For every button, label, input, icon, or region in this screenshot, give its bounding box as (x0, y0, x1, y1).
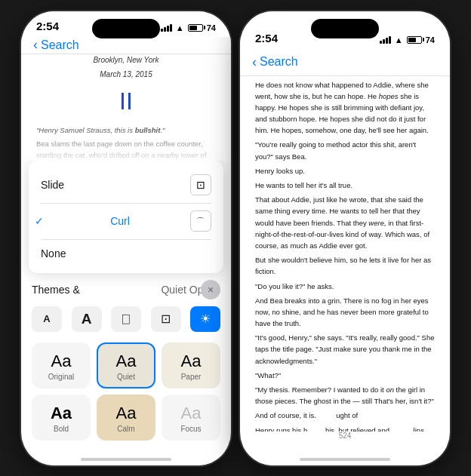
right-para-0: He does not know what happened to Addie,… (255, 79, 435, 137)
dynamic-island (92, 19, 160, 38)
font-large-btn[interactable]: A (72, 306, 102, 332)
curl-icon: ⌒ (190, 210, 211, 232)
theme-bold-aa: Aa (51, 404, 72, 423)
wifi-icon: ▲ (176, 23, 184, 32)
theme-grid: Aa Original Aa Quiet Aa Paper Aa Bold Aa (21, 336, 231, 451)
nav-bar-left: ‹ Search (21, 37, 231, 54)
slide-item-none[interactable]: None (29, 240, 223, 267)
theme-focus[interactable]: Aa Focus (162, 395, 220, 441)
none-label: None (41, 247, 66, 259)
theme-calm[interactable]: Aa Calm (97, 395, 155, 441)
status-icons-right: ▲ 74 (380, 35, 435, 45)
back-chevron-left: ‹ (33, 37, 38, 53)
battery-icon-right (407, 36, 422, 44)
back-label-right: Search (260, 55, 298, 69)
right-para-2: Henry looks up. (255, 165, 435, 177)
theme-quiet-name: Quiet (117, 373, 135, 381)
home-indicator-right (240, 446, 450, 465)
book-content-left: Brooklyn, New York March 13, 2015 II "He… (21, 54, 231, 161)
theme-original-name: Original (48, 373, 74, 381)
right-para-11: And of course, it is. ught of (255, 410, 435, 421)
right-para-12: Henry runs his h his, but relieved and l… (255, 425, 435, 431)
brightness-icon[interactable]: ☀ (190, 306, 220, 332)
book-para-1: Bea slams the last page down on the coff… (36, 139, 216, 160)
theme-paper-name: Paper (181, 373, 202, 381)
right-para-3: He wants to tell her it's all true. (255, 180, 435, 191)
right-phone: 2:54 ▲ 74 ‹ (240, 11, 450, 465)
font-small-btn[interactable]: A (32, 306, 62, 332)
home-indicator-left (21, 451, 231, 465)
left-phone: 2:54 ▲ 74 ‹ (21, 11, 231, 465)
font-type-icon-2[interactable]: ⊡ (151, 306, 181, 332)
close-button[interactable]: × (201, 280, 220, 299)
slide-item-slide[interactable]: Slide ⊡ (29, 167, 223, 203)
theme-focus-aa: Aa (181, 404, 202, 423)
theme-quiet[interactable]: Aa Quiet (97, 342, 155, 388)
status-icons-left: ▲ 74 (161, 23, 216, 32)
battery-pct-left: 74 (207, 23, 216, 32)
right-book-content: He does not know what happened to Addie,… (240, 76, 450, 431)
theme-paper-aa: Aa (181, 352, 202, 371)
home-bar-right (300, 458, 390, 461)
theme-original-aa: Aa (51, 352, 72, 371)
slide-panel: Slide ⊡ Curl ⌒ None (29, 161, 223, 273)
back-label-left: Search (41, 38, 79, 52)
battery-icon-left (188, 24, 203, 32)
time-left: 2:54 (36, 20, 59, 32)
theme-original[interactable]: Aa Original (32, 342, 91, 388)
battery-pct-right: 74 (426, 35, 435, 45)
back-button-left[interactable]: ‹ Search (33, 37, 79, 53)
back-chevron-right: ‹ (252, 54, 257, 70)
right-para-7: And Bea breaks into a grin. There is no … (255, 295, 435, 330)
wifi-icon-right: ▲ (395, 35, 403, 45)
home-bar-left (81, 458, 171, 461)
book-para-0: "Henry Samuel Strauss, this is bullshit.… (36, 125, 216, 136)
signal-icon (161, 24, 172, 32)
right-para-5: But she wouldn't believe him, so he lets… (255, 254, 435, 277)
themes-bar: Themes & Quiet Option × (21, 278, 231, 302)
theme-focus-name: Focus (180, 425, 201, 433)
right-para-9: "What?" (255, 370, 435, 381)
right-para-6: "Do you like it?" he asks. (255, 281, 435, 292)
book-date: March 13, 2015 (36, 69, 216, 80)
themes-label: Themes & (32, 284, 80, 296)
theme-quiet-aa: Aa (116, 352, 137, 371)
page-number: 524 (240, 431, 450, 446)
theme-calm-name: Calm (117, 425, 134, 433)
theme-bold-name: Bold (54, 425, 69, 433)
nav-bar-right: ‹ Search (240, 49, 450, 76)
book-location: Brooklyn, New York (36, 54, 216, 66)
font-type-icon-1[interactable]: ⎕ (111, 306, 141, 332)
right-para-4: That about Addie, just like he wrote, th… (255, 194, 435, 251)
theme-calm-aa: Aa (116, 404, 137, 423)
dynamic-island-right (311, 19, 379, 38)
book-chapter: II (36, 83, 216, 119)
slide-icon: ⊡ (190, 174, 211, 195)
right-para-10: "My thesis. Remember? I wanted to do it … (255, 384, 435, 407)
right-para-1: "You're really going to method actor thi… (255, 139, 435, 161)
time-right: 2:54 (255, 32, 278, 45)
signal-icon-right (380, 36, 391, 44)
font-controls: A A ⎕ ⊡ ☀ (21, 302, 231, 336)
slide-label: Slide (41, 179, 64, 191)
right-para-8: "It's good, Henry," she says. "It's real… (255, 332, 435, 367)
slide-item-curl[interactable]: Curl ⌒ (29, 203, 223, 239)
theme-bold[interactable]: Aa Bold (32, 395, 91, 441)
curl-label: Curl (110, 215, 130, 227)
theme-paper[interactable]: Aa Paper (162, 342, 220, 388)
back-button-right[interactable]: ‹ Search (252, 54, 298, 70)
